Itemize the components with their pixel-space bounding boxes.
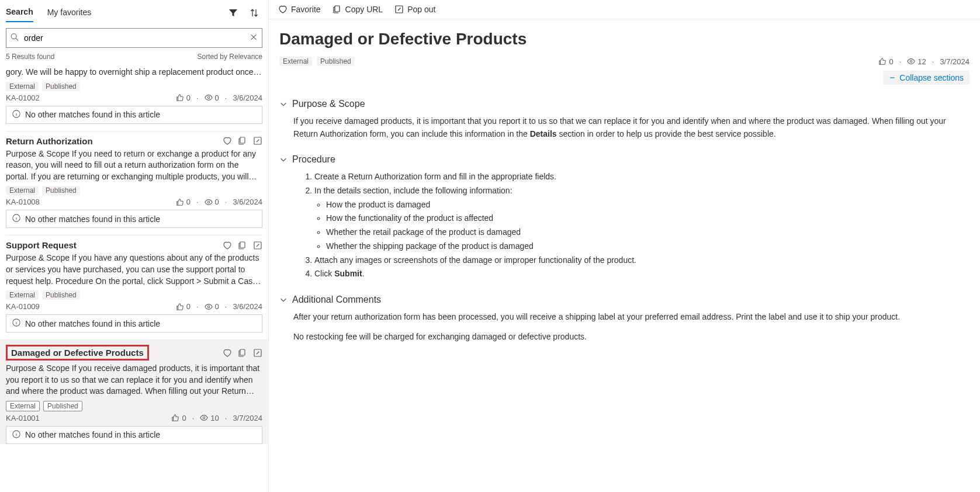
like-icon bbox=[176, 198, 184, 206]
section-toggle-procedure[interactable]: Procedure bbox=[279, 154, 969, 165]
left-header: Search My favorites 5 Results foun bbox=[0, 0, 268, 62]
search-input[interactable] bbox=[6, 28, 262, 48]
chevron-down-icon bbox=[279, 155, 288, 164]
badge-external: External bbox=[6, 82, 39, 91]
result-card-selected[interactable]: Damaged or Defective Products Purpose & … bbox=[0, 339, 268, 444]
sort-icon[interactable] bbox=[248, 7, 260, 19]
result-date: 3/7/2024 bbox=[233, 414, 262, 422]
list-item: Click Submit. bbox=[314, 268, 969, 280]
result-date: 3/6/2024 bbox=[233, 93, 262, 102]
like-icon bbox=[878, 57, 886, 65]
no-match-text: No other matches found in this article bbox=[25, 319, 160, 328]
result-excerpt: gory. We will be happy to overnight ship… bbox=[6, 67, 262, 78]
article-panel: Favorite Copy URL Pop out Damaged or Def… bbox=[269, 0, 980, 492]
pop-out-icon[interactable] bbox=[253, 136, 262, 145]
no-match-notice: No other matches found in this article bbox=[6, 314, 262, 332]
tabs-row: Search My favorites bbox=[6, 2, 262, 23]
tab-favorites[interactable]: My favorites bbox=[47, 4, 91, 22]
list-item: Whether the retail package of the produc… bbox=[326, 226, 969, 239]
result-card[interactable]: Support Request Purpose & Scope If you h… bbox=[6, 235, 262, 332]
views-icon bbox=[205, 93, 213, 102]
like-icon bbox=[176, 303, 184, 311]
like-icon bbox=[171, 414, 179, 422]
svg-rect-3 bbox=[240, 137, 245, 143]
section-title: Purpose & Scope bbox=[292, 99, 365, 109]
result-id: KA-01008 bbox=[6, 198, 40, 206]
section-toggle-purpose[interactable]: Purpose & Scope bbox=[279, 99, 969, 109]
views-icon bbox=[200, 414, 208, 422]
likes-count: 0 bbox=[182, 414, 186, 422]
article-toolbar: Favorite Copy URL Pop out bbox=[269, 0, 980, 19]
search-row bbox=[6, 28, 262, 48]
result-card[interactable]: Return Authorization Purpose & Scope If … bbox=[6, 131, 262, 228]
favorite-label: Favorite bbox=[291, 5, 321, 14]
result-id: KA-01002 bbox=[6, 93, 40, 102]
result-excerpt: Purpose & Scope If you have any question… bbox=[6, 252, 262, 287]
info-icon bbox=[12, 110, 20, 120]
copy-url-icon[interactable] bbox=[238, 136, 247, 145]
list-item: Whether the shipping package of the prod… bbox=[326, 240, 969, 253]
result-excerpt: Purpose & Scope If you receive damaged p… bbox=[6, 363, 262, 397]
favorite-button[interactable]: Favorite bbox=[278, 5, 321, 14]
badge-published: Published bbox=[42, 290, 80, 300]
pop-out-icon[interactable] bbox=[253, 241, 262, 250]
favorite-icon[interactable] bbox=[223, 348, 232, 358]
chevron-down-icon bbox=[279, 296, 288, 304]
filter-icon[interactable] bbox=[227, 7, 239, 19]
copy-url-button[interactable]: Copy URL bbox=[333, 5, 383, 14]
views-icon bbox=[907, 57, 915, 65]
section-procedure-body: Create a Return Authorization form and f… bbox=[279, 171, 969, 280]
article-meta: External Published 0 12 3/7/2024 bbox=[279, 57, 969, 66]
results-list[interactable]: gory. We will be happy to overnight ship… bbox=[0, 62, 268, 492]
collapse-sections-button[interactable]: Collapse sections bbox=[883, 71, 969, 85]
badge-external: External bbox=[279, 57, 312, 66]
section-text: section in order to help us provide the … bbox=[557, 129, 776, 138]
badge-external: External bbox=[6, 401, 40, 411]
heart-icon bbox=[278, 5, 288, 14]
result-excerpt: Purpose & Scope If you need to return or… bbox=[6, 148, 262, 183]
result-card[interactable]: gory. We will be happy to overnight ship… bbox=[6, 62, 262, 124]
favorite-icon[interactable] bbox=[223, 136, 232, 145]
badge-external: External bbox=[6, 290, 39, 300]
article-likes: 0 bbox=[889, 57, 893, 66]
article-title: Damaged or Defective Products bbox=[279, 30, 969, 48]
result-date: 3/6/2024 bbox=[233, 302, 262, 311]
badge-published: Published bbox=[43, 401, 82, 411]
svg-rect-11 bbox=[240, 349, 245, 355]
views-icon bbox=[205, 198, 213, 206]
article-main: Damaged or Defective Products External P… bbox=[269, 19, 980, 373]
svg-point-1 bbox=[207, 96, 210, 99]
copy-url-icon[interactable] bbox=[238, 348, 247, 358]
section-toggle-additional[interactable]: Additional Comments bbox=[279, 294, 969, 305]
section-paragraph: No restocking fee will be charged for ex… bbox=[293, 331, 969, 344]
likes-count: 0 bbox=[186, 302, 191, 311]
copy-icon bbox=[333, 5, 342, 14]
copy-url-icon[interactable] bbox=[238, 241, 247, 250]
section-additional-body: After your return authorization form has… bbox=[279, 311, 969, 343]
minus-icon bbox=[889, 74, 896, 81]
views-icon bbox=[205, 303, 213, 311]
tab-search[interactable]: Search bbox=[6, 4, 33, 22]
svg-point-5 bbox=[207, 201, 210, 203]
favorite-icon[interactable] bbox=[223, 241, 232, 250]
likes-count: 0 bbox=[186, 93, 191, 102]
list-item: Create a Return Authorization form and f… bbox=[314, 171, 969, 183]
svg-point-9 bbox=[207, 306, 210, 308]
pop-out-icon bbox=[394, 5, 404, 14]
clear-icon[interactable] bbox=[250, 33, 258, 43]
list-text: . bbox=[362, 269, 365, 278]
svg-rect-15 bbox=[335, 6, 340, 12]
pop-out-icon[interactable] bbox=[253, 348, 262, 358]
section-bold: Details bbox=[530, 129, 557, 138]
search-icon bbox=[11, 33, 19, 43]
sorted-by: Sorted by Relevance bbox=[198, 53, 262, 61]
svg-point-17 bbox=[910, 60, 913, 63]
collapse-label: Collapse sections bbox=[899, 73, 964, 82]
section-title: Procedure bbox=[292, 154, 335, 165]
no-match-notice: No other matches found in this article bbox=[6, 426, 262, 444]
list-item: Attach any images or screenshots of the … bbox=[314, 254, 969, 267]
pop-out-button[interactable]: Pop out bbox=[394, 5, 435, 14]
no-match-text: No other matches found in this article bbox=[25, 214, 160, 224]
svg-rect-7 bbox=[240, 242, 245, 248]
info-icon bbox=[12, 430, 20, 440]
